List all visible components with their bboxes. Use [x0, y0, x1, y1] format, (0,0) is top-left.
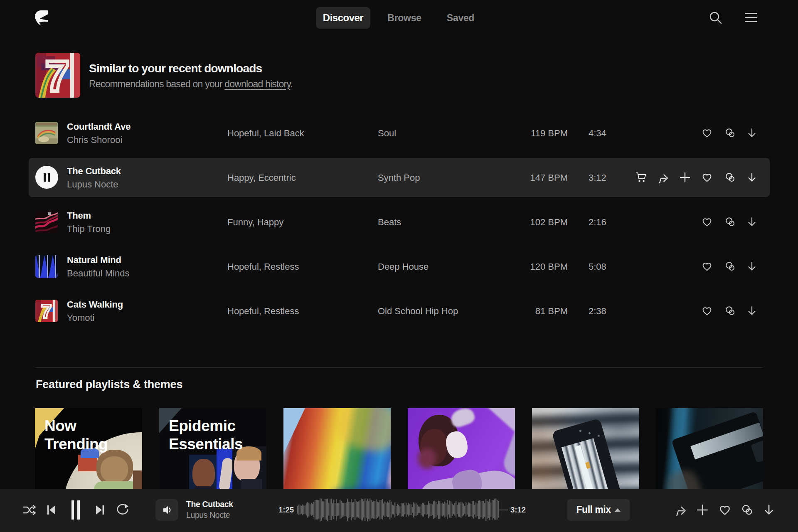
svg-text:7: 7 — [45, 53, 69, 98]
svg-text:7: 7 — [41, 300, 52, 322]
